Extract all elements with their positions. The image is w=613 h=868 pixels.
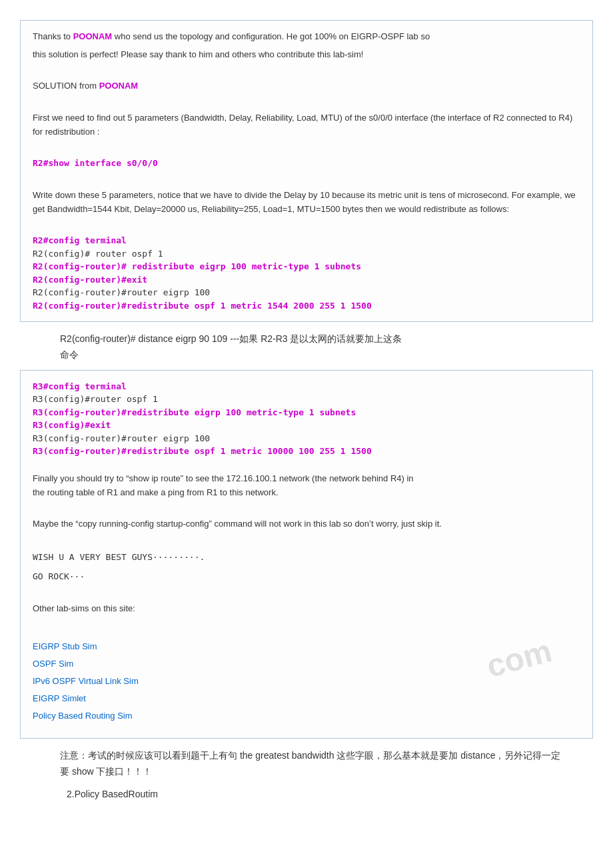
link-ipv6-ospf[interactable]: IPv6 OSPF Virtual Link Sim: [33, 676, 139, 686]
section2-label: 2.Policy BasedRoutim: [67, 789, 158, 799]
note-section: 注意：考试的时候应该可以看到题干上有句 the greatest bandwid…: [60, 748, 566, 780]
thanks-line: Thanks to POONAM who send us the topolog…: [33, 30, 580, 44]
link-eigrp-stub[interactable]: EIGRP Stub Sim: [33, 641, 97, 651]
code-line-2: R2(config)# router ospf 1: [33, 247, 580, 261]
wish-line1: WISH U A VERY BEST GUYS·········.: [33, 549, 580, 565]
note-text: 注意：考试的时候应该可以看到题干上有句 the greatest bandwid…: [60, 750, 560, 777]
link-eigrp-simlet[interactable]: EIGRP Simlet: [33, 693, 86, 703]
solution-box: Thanks to POONAM who send us the topolog…: [20, 20, 593, 322]
r3-code-line-6: R3(config-router)#redistribute ospf 1 me…: [33, 445, 580, 458]
r3-code-line-5: R3(config-router)#router eigrp 100: [33, 432, 580, 445]
distance-line: R2(config-router)# distance eigrp 90 109…: [60, 333, 402, 344]
r2-show-command: R2#show interface s0/0/0: [33, 157, 580, 171]
r3-code-line-4: R3(config)#exit: [33, 419, 580, 432]
code-block-1: R2#config terminal R2(config)# router os…: [33, 234, 580, 312]
solution-from: SOLUTION from POONAM: [33, 79, 580, 93]
r3-code-line-2: R3(config)#router ospf 1: [33, 393, 580, 406]
code-block-2: R3#config terminal R3(config)#router osp…: [33, 380, 580, 458]
r3-code-line-1: R3#config terminal: [33, 380, 580, 393]
finally-para: Finally you should try to “show ip route…: [33, 472, 580, 500]
links-section: EIGRP Stub Sim OSPF Sim IPv6 OSPF Virtua…: [33, 638, 580, 725]
r3-code-line-3: R3(config-router)#redistribute eigrp 100…: [33, 406, 580, 419]
wish-section: WISH U A VERY BEST GUYS·········. GO ROC…: [33, 549, 580, 585]
other-labs-label: Other lab-sims on this site:: [33, 602, 580, 616]
r3-box: R3#config terminal R3(config)#router osp…: [20, 370, 593, 739]
code-line-6: R2(config-router)#redistribute ospf 1 me…: [33, 299, 580, 313]
copy-para: Maybe the “copy running-config startup-c…: [33, 517, 580, 531]
section2-heading: 2.Policy BasedRoutim: [67, 787, 573, 803]
link-ospf[interactable]: OSPF Sim: [33, 659, 73, 669]
wish-line2: GO ROCK···: [33, 569, 580, 584]
solution-line2: this solution is perfect! Please say tha…: [33, 48, 580, 62]
distance-section: R2(config-router)# distance eigrp 90 109…: [60, 331, 566, 363]
code-line-4: R2(config-router)#exit: [33, 273, 580, 287]
code-line-3: R2(config-router)# redistribute eigrp 10…: [33, 260, 580, 273]
link-policy-based[interactable]: Policy Based Routing Sim: [33, 711, 133, 721]
code-line-5: R2(config-router)#router eigrp 100: [33, 286, 580, 299]
para1: First we need to find out 5 parameters (…: [33, 111, 580, 139]
distance-line2: 命令: [60, 349, 79, 360]
code-line-1: R2#config terminal: [33, 234, 580, 247]
para2: Write down these 5 parameters, notice th…: [33, 189, 580, 217]
